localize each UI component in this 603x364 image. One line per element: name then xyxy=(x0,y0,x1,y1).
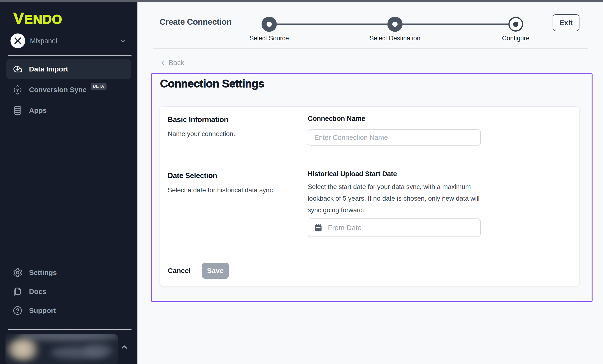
step-connector xyxy=(277,23,387,25)
section-desc-basic-information: Name your connection. xyxy=(168,130,235,138)
blurred-content xyxy=(84,343,113,358)
cancel-button[interactable]: Cancel xyxy=(168,267,191,275)
sidebar-item-data-import[interactable]: Data Import xyxy=(6,59,131,79)
database-icon xyxy=(12,105,23,115)
sidebar-item-label: Support xyxy=(29,307,56,315)
step-indicator-select-destination xyxy=(387,17,403,32)
sidebar-item-label: Apps xyxy=(29,106,46,114)
beta-badge: BETA xyxy=(91,83,106,90)
date-help-text: sync going forward. xyxy=(308,204,364,216)
step-label-configure: Configure xyxy=(502,35,529,42)
cloud-download-icon xyxy=(12,64,23,74)
connection-settings-panel: Connection Settings Basic Information Na… xyxy=(151,73,592,302)
sidebar-divider-bottom xyxy=(8,329,131,330)
mixpanel-logo-icon xyxy=(11,33,25,48)
workspace-switcher[interactable]: Mixpanel xyxy=(11,33,127,49)
blurred-avatar xyxy=(6,338,42,360)
sidebar: VENDO Mixpanel Data Import xyxy=(0,0,138,364)
settings-card: Basic Information Name your connection. … xyxy=(160,106,580,286)
sidebar-item-conversion-sync[interactable]: Conversion Sync BETA xyxy=(6,80,131,100)
help-circle-icon xyxy=(12,306,23,316)
sidebar-footer-nav: Settings Docs Support xyxy=(6,263,131,320)
docs-icon xyxy=(12,287,23,297)
save-button[interactable]: Save xyxy=(202,263,229,279)
page-title: Create Connection xyxy=(160,17,232,27)
calendar-icon xyxy=(314,223,323,232)
step-indicator-select-source xyxy=(262,17,277,32)
from-date-field[interactable] xyxy=(308,219,481,237)
section-divider xyxy=(168,249,573,249)
section-desc-date-selection: Select a date for historical data sync. xyxy=(168,186,275,194)
step-label-select-destination: Select Destination xyxy=(370,35,420,42)
panel-title: Connection Settings xyxy=(160,77,264,90)
section-divider xyxy=(168,157,573,157)
step-label-select-source: Select Source xyxy=(249,35,289,42)
window-top-strip xyxy=(0,0,603,2)
date-help-text: lookback of 5 years. If no date is chose… xyxy=(308,193,479,204)
back-link[interactable]: Back xyxy=(160,59,184,67)
sync-arrows-icon xyxy=(12,85,23,95)
sidebar-item-label: Settings xyxy=(29,269,57,277)
chevron-left-icon xyxy=(160,59,166,66)
workspace-name: Mixpanel xyxy=(30,37,57,45)
sidebar-item-apps[interactable]: Apps xyxy=(6,100,131,120)
section-title-date-selection: Date Selection xyxy=(168,171,217,180)
form-actions: Cancel Save xyxy=(168,263,229,279)
sidebar-item-settings[interactable]: Settings xyxy=(6,263,131,282)
sidebar-divider-top xyxy=(8,55,131,55)
chevron-up-icon[interactable] xyxy=(120,342,129,352)
vendo-logo: VENDO xyxy=(13,9,62,27)
step-connector xyxy=(403,23,508,25)
sidebar-item-label: Data Import xyxy=(29,65,68,73)
historical-upload-start-date-label: Historical Upload Start Date xyxy=(308,170,397,178)
sidebar-item-support[interactable]: Support xyxy=(6,301,131,320)
connection-name-label: Connection Name xyxy=(308,115,365,122)
sidebar-nav: Data Import Conversion Sync BETA xyxy=(6,59,131,120)
sidebar-item-docs[interactable]: Docs xyxy=(6,282,131,301)
sidebar-item-label: Conversion Sync xyxy=(29,86,87,94)
exit-button[interactable]: Exit xyxy=(553,14,580,31)
back-label: Back xyxy=(169,59,184,67)
header-divider xyxy=(153,48,588,49)
step-indicator-configure xyxy=(508,17,523,32)
chevron-down-icon xyxy=(119,37,127,45)
from-date-input[interactable] xyxy=(328,224,475,232)
connection-name-input[interactable] xyxy=(308,129,481,145)
user-account-blurred[interactable] xyxy=(5,334,118,364)
gear-icon xyxy=(12,268,23,277)
section-title-basic-information: Basic Information xyxy=(168,115,228,124)
date-help-text: Select the start date for your data sync… xyxy=(308,181,471,193)
sidebar-item-label: Docs xyxy=(29,287,46,296)
